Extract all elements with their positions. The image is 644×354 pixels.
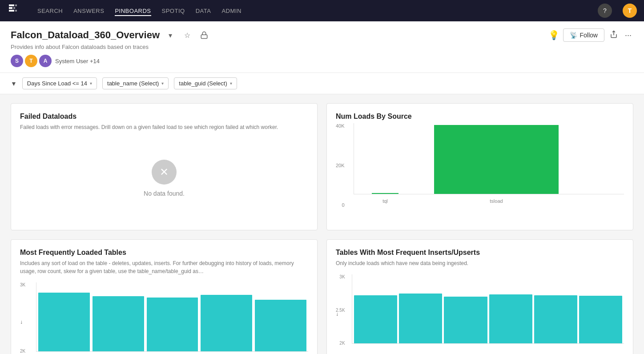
- frequent-tables-subtitle: Includes any sort of load on the table -…: [20, 259, 308, 275]
- user-avatar[interactable]: T: [623, 4, 637, 18]
- frequent-tables-title: Most Frequently Loaded Tables: [20, 249, 308, 257]
- no-data-icon: ✕: [152, 160, 177, 185]
- num-loads-y-label-0: 0: [342, 202, 344, 208]
- app-logo[interactable]: [7, 3, 23, 19]
- filter-table-guid[interactable]: table_guid (Select) ▾: [174, 77, 237, 89]
- inserts-y-2k: 2K: [339, 341, 345, 346]
- svg-rect-1: [9, 7, 12, 9]
- dropdown-arrow[interactable]: ▾: [164, 29, 177, 41]
- tsload-bar: [434, 125, 559, 194]
- tql-label: tql: [382, 198, 388, 204]
- num-loads-y-label-20k: 20K: [336, 163, 345, 168]
- filter-table-guid-chevron: ▾: [230, 81, 232, 86]
- failed-dataloads-subtitle: Failed loads with error messages. Drill …: [20, 123, 308, 131]
- tsload-label: tsload: [490, 198, 503, 204]
- freq-bar-5: [255, 300, 306, 351]
- nav-search[interactable]: SEARCH: [37, 6, 63, 16]
- filter-table-name-label: table_name (Select): [107, 80, 159, 87]
- more-options-button[interactable]: ···: [623, 29, 633, 42]
- svg-rect-4: [13, 7, 15, 9]
- filter-table-guid-label: table_guid (Select): [179, 80, 227, 87]
- author-label: System User +14: [55, 58, 100, 64]
- page-header: Falcon_Dataload_360_Overview ▾ ☆ 💡 📡 Fol…: [0, 21, 644, 73]
- page-title: Falcon_Dataload_360_Overview: [11, 29, 160, 41]
- inserts-sort-icon: ↓: [336, 311, 338, 317]
- freq-bar-2: [93, 296, 144, 351]
- inserts-bar-5: [534, 295, 577, 344]
- num-loads-y-label-40k: 40K: [336, 123, 345, 129]
- nav-admin[interactable]: ADMIN: [221, 6, 241, 16]
- filter-days-since-load[interactable]: Days Since Load <= 14 ▾: [22, 77, 97, 89]
- filter-bar: ▼ Days Since Load <= 14 ▾ table_name (Se…: [0, 73, 644, 94]
- top-navigation: SEARCH ANSWERS PINBOARDS SPOTIQ DATA ADM…: [0, 0, 644, 21]
- filter-table-name-chevron: ▾: [161, 81, 164, 86]
- inserts-subtitle: Only include loads which have new data b…: [336, 259, 624, 267]
- freq-bar-4: [201, 295, 252, 351]
- avatar-s: S: [11, 55, 23, 67]
- inserts-upserts-card: Tables With Most Frequent Inserts/Upsert…: [326, 239, 633, 354]
- page-subtitle: Provides info about Falcon dataloads bas…: [11, 44, 633, 50]
- freq-bar-3: [147, 298, 198, 351]
- inserts-bar-2: [399, 294, 442, 343]
- svg-rect-3: [15, 4, 17, 6]
- svg-rect-2: [9, 10, 14, 12]
- num-loads-title: Num Loads By Source: [336, 113, 624, 121]
- inserts-bar-6: [579, 296, 622, 343]
- help-button[interactable]: ?: [598, 4, 612, 18]
- lock-button[interactable]: [198, 29, 210, 41]
- share-button[interactable]: [608, 28, 620, 42]
- svg-rect-0: [9, 4, 14, 6]
- collaborators: S T A System User +14: [11, 55, 633, 67]
- num-loads-card: Num Loads By Source 40K 20K 0 tql tsload: [326, 103, 633, 230]
- follow-icon: 📡: [570, 32, 577, 39]
- main-content: Failed Dataloads Failed loads with error…: [0, 94, 644, 354]
- freq-bar-1: [38, 293, 90, 351]
- inserts-title: Tables With Most Frequent Inserts/Upsert…: [336, 249, 624, 257]
- freq-tables-y-3k: 3K: [20, 282, 25, 287]
- filter-days-chevron: ▾: [90, 81, 92, 86]
- inserts-bar-3: [444, 297, 487, 343]
- follow-label: Follow: [580, 32, 598, 39]
- lightbulb-button[interactable]: 💡: [548, 30, 559, 40]
- avatar-a: A: [39, 55, 52, 67]
- star-button[interactable]: ☆: [181, 29, 193, 41]
- failed-dataloads-title: Failed Dataloads: [20, 113, 308, 121]
- freq-tables-y-2k: 2K: [20, 349, 25, 354]
- nav-pinboards[interactable]: PINBOARDS: [115, 6, 151, 16]
- avatar-t: T: [25, 55, 37, 67]
- sort-icon: ↓: [20, 319, 23, 325]
- inserts-bar-4: [489, 294, 532, 343]
- failed-dataloads-card: Failed Dataloads Failed loads with error…: [11, 103, 318, 230]
- filter-icon: ▼: [11, 80, 17, 87]
- no-data-text: No data found.: [144, 190, 185, 197]
- svg-rect-6: [201, 35, 207, 38]
- filter-table-name[interactable]: table_name (Select) ▾: [102, 77, 169, 89]
- filter-days-label: Days Since Load <= 14: [27, 80, 87, 87]
- no-data-state: ✕ No data found.: [20, 138, 308, 218]
- nav-data[interactable]: DATA: [196, 6, 211, 16]
- inserts-y-3k: 3K: [339, 274, 345, 279]
- follow-button[interactable]: 📡 Follow: [563, 28, 604, 42]
- nav-spotiq[interactable]: SPOTIQ: [162, 6, 185, 16]
- svg-rect-5: [15, 10, 17, 12]
- inserts-bar-1: [354, 295, 397, 344]
- frequent-tables-card: Most Frequently Loaded Tables Includes a…: [11, 239, 318, 354]
- tql-bar: [372, 193, 398, 194]
- nav-answers[interactable]: ANSWERS: [73, 6, 104, 16]
